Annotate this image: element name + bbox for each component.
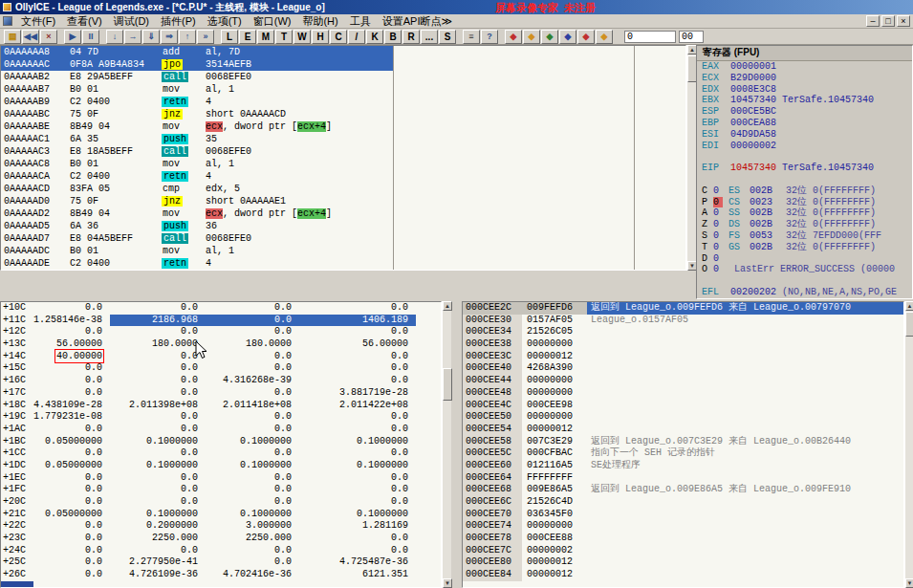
menu-item[interactable]: 调试(D) xyxy=(108,14,155,29)
dump-row[interactable]: +22C0.00.20000003.0000001.281169 xyxy=(1,520,441,533)
disasm-row[interactable]: 0AAAAADEC2 0400retn4 xyxy=(1,257,685,270)
stack-pane[interactable]: 000CEE2C009FEFD6返回到 League_o.009FEFD6 来自… xyxy=(462,301,904,588)
dump-scrollbar[interactable]: ▲ ▼ xyxy=(442,301,451,588)
handles-window-button[interactable]: H xyxy=(312,30,329,44)
breakpoints-window-button[interactable]: B xyxy=(384,30,402,44)
run-button[interactable]: ▶ xyxy=(64,30,81,44)
stack-row[interactable]: 000CEE4400000000 xyxy=(463,375,903,387)
disasm-row[interactable]: 0AAAAAD28B49 04movecx, dword ptr [ecx+4] xyxy=(1,207,685,220)
options-button[interactable]: ≡ xyxy=(463,30,480,44)
dump-row[interactable]: +16C0.00.04.316268e-390.0 xyxy=(1,375,441,387)
close-terminate-button[interactable]: × xyxy=(40,30,57,44)
dump-row[interactable]: +19C1.779231e-080.00.00.0 xyxy=(1,411,441,424)
stack-row[interactable]: 000CEE5000000000 xyxy=(463,411,903,424)
dump-row[interactable]: +1FC0.00.00.00.0 xyxy=(1,484,441,496)
dump-row[interactable]: +21C0.050000000.10000000.10000000.100000… xyxy=(1,509,441,521)
runtrace-window-button[interactable]: ... xyxy=(421,30,438,44)
plugin-button-6[interactable]: ◆ xyxy=(596,30,613,44)
scroll-up-button[interactable]: ▲ xyxy=(443,301,452,311)
dump-row[interactable]: +1DC0.050000000.10000000.10000000.100000… xyxy=(1,460,441,472)
plugin-button-5[interactable]: ◆ xyxy=(577,30,595,44)
callstack-window-button[interactable]: K xyxy=(366,30,383,44)
menu-item[interactable]: 帮助(H) xyxy=(296,14,343,29)
dump-row[interactable]: +13C56.00000180.0000180.000056.00000 xyxy=(1,338,441,351)
disasm-scrollbar[interactable]: ▲ ▼ xyxy=(686,45,696,271)
disasm-row[interactable]: 0AAAAABC75 0Fjnzshort 0AAAAACD xyxy=(1,108,685,120)
plugin-button-3[interactable]: ◆ xyxy=(541,30,558,44)
memory-window-button[interactable]: M xyxy=(257,30,274,44)
references-window-button[interactable]: R xyxy=(402,30,420,44)
trace-over-button[interactable]: ⇒ xyxy=(161,30,178,44)
dump-pane[interactable]: +10C0.00.00.00.0+11C1.258146e-382186.968… xyxy=(0,301,442,588)
dump-row[interactable]: +10C0.00.00.00.0 xyxy=(1,302,441,315)
stack-row[interactable]: 000CEE3800000000 xyxy=(463,338,903,351)
stack-row[interactable]: 000CEE5400000012 xyxy=(463,424,903,436)
menu-item[interactable]: 选项(T) xyxy=(202,14,248,29)
disasm-row[interactable]: 0AAAAAC8B0 01moval, 1 xyxy=(1,158,685,170)
stack-row[interactable]: 000CEE64FFFFFFFF xyxy=(463,472,903,485)
child-restore-button[interactable]: □ xyxy=(881,15,895,27)
disasm-row[interactable]: 0AAAAACAC2 0400retn4 xyxy=(1,170,685,183)
executables-window-button[interactable]: E xyxy=(239,30,256,44)
scroll-down-button[interactable]: ▼ xyxy=(443,578,452,588)
stack-row[interactable]: 000CEE5C000CFBAC指向下一个 SEH 记录的指针 xyxy=(463,447,903,460)
dump-row[interactable]: +23C0.02250.0002250.0000.0 xyxy=(1,533,441,545)
disasm-row[interactable]: 0AAAAACD83FA 05cmpedx, 5 xyxy=(1,183,685,195)
dump-row[interactable]: +12C0.00.00.00.0 xyxy=(1,326,441,338)
disasm-row[interactable]: 0AAAAAC16A 35push35 xyxy=(1,133,685,145)
goto-button[interactable]: » xyxy=(197,30,214,44)
stack-row[interactable]: 000CEE4C000CEE98 xyxy=(463,400,903,412)
stack-row[interactable]: 000CEE6C21526C4D xyxy=(463,496,903,509)
menu-item[interactable]: 工具 xyxy=(344,14,377,29)
registers-pane[interactable]: 寄存器 (FPU) EAX00000001ECXB29D0000EDX0008E… xyxy=(696,45,913,299)
stack-row[interactable]: 000CEE7400000000 xyxy=(463,520,903,533)
restart-button[interactable]: ◀◀ xyxy=(22,30,39,44)
child-minimize-button[interactable]: – xyxy=(866,15,880,27)
dump-row[interactable]: +25C0.02.277950e-410.04.725487e-36 xyxy=(1,556,441,569)
stack-row[interactable]: 000CEE8400000012 xyxy=(463,569,903,581)
stack-row[interactable]: 000CEE404268A390 xyxy=(463,362,903,375)
disasm-row[interactable]: 0AAAAAD7E8 04A5BEFFcall0068EFE0 xyxy=(1,232,685,245)
dump-row[interactable]: +17C0.00.00.03.881719e-28 xyxy=(1,387,441,400)
log-window-button[interactable]: L xyxy=(221,30,238,44)
stack-row[interactable]: 000CEE8000000012 xyxy=(463,556,903,569)
pause-button[interactable]: II xyxy=(82,30,99,44)
menu-item[interactable]: 查看(V) xyxy=(61,14,108,29)
menu-item[interactable]: 文件(F) xyxy=(15,14,61,29)
child-close-button[interactable]: × xyxy=(897,15,910,27)
dump-row[interactable]: +1AC0.00.00.00.0 xyxy=(1,424,441,436)
menu-item[interactable]: 设置API断点≫ xyxy=(377,14,458,29)
stack-row[interactable]: 000CEE3C00000012 xyxy=(463,351,903,363)
dump-row[interactable]: +18C4.438109e-282.011398e+082.011418e+08… xyxy=(1,400,441,412)
dump-row[interactable]: +1EC0.00.00.00.0 xyxy=(1,472,441,485)
disasm-row[interactable]: 0AAAAAAC0F8A A9B4A834jpo3514AEFB xyxy=(1,58,685,71)
stack-row[interactable]: 000CEE4800000000 xyxy=(463,387,903,400)
stack-row[interactable]: 000CEE300157AF05League_o.0157AF05 xyxy=(463,315,903,327)
patches-window-button[interactable]: / xyxy=(348,30,365,44)
dump-row[interactable]: +24C0.00.00.00.0 xyxy=(1,545,441,557)
title-bar[interactable]: OllyICE - League of Legends.exe - [*C.P.… xyxy=(0,0,913,14)
stack-row[interactable]: 000CEE58007C3E29返回到 League_o.007C3E29 来自… xyxy=(463,436,903,448)
stack-row[interactable]: 000CEE2C009FEFD6返回到 League_o.009FEFD6 来自… xyxy=(463,302,903,315)
stack-row[interactable]: 000CEE78000CEE88 xyxy=(463,533,903,545)
disasm-row[interactable]: 0AAAAABE8B49 04movecx, dword ptr [ecx+4] xyxy=(1,120,685,133)
scroll-thumb[interactable] xyxy=(443,368,452,401)
until-return-button[interactable]: ↑ xyxy=(179,30,196,44)
plugin-button-2[interactable]: ◆ xyxy=(523,30,540,44)
step-into-button[interactable]: ↓ xyxy=(106,30,123,44)
dump-row[interactable]: +1CC0.00.00.00.0 xyxy=(1,447,441,460)
dump-row[interactable]: +15C0.00.00.00.0 xyxy=(1,362,441,375)
stack-row[interactable]: 000CEE68009E86A5返回到 League_o.009E86A5 来自… xyxy=(463,484,903,496)
scroll-up-button[interactable]: ▲ xyxy=(905,301,913,311)
step-over-button[interactable]: → xyxy=(124,30,141,44)
scroll-thumb[interactable] xyxy=(905,312,913,337)
plugin-button-4[interactable]: ◆ xyxy=(559,30,576,44)
trace-into-button[interactable]: ⇓ xyxy=(142,30,160,44)
stack-row[interactable]: 000CEE3421526C05 xyxy=(463,326,903,338)
threads-window-button[interactable]: T xyxy=(275,30,293,44)
plugin-button-1[interactable]: ◆ xyxy=(505,30,522,44)
cpu-window-button[interactable]: C xyxy=(330,30,347,44)
dump-row[interactable]: +26C0.04.726109e-364.702416e-366121.351 xyxy=(1,569,441,581)
disasm-row[interactable]: 0AAAAAC3E8 18A5BEFFcall0068EFE0 xyxy=(1,145,685,158)
disasm-row[interactable]: 0AAAAAA804 7Daddal, 7D xyxy=(1,46,685,58)
